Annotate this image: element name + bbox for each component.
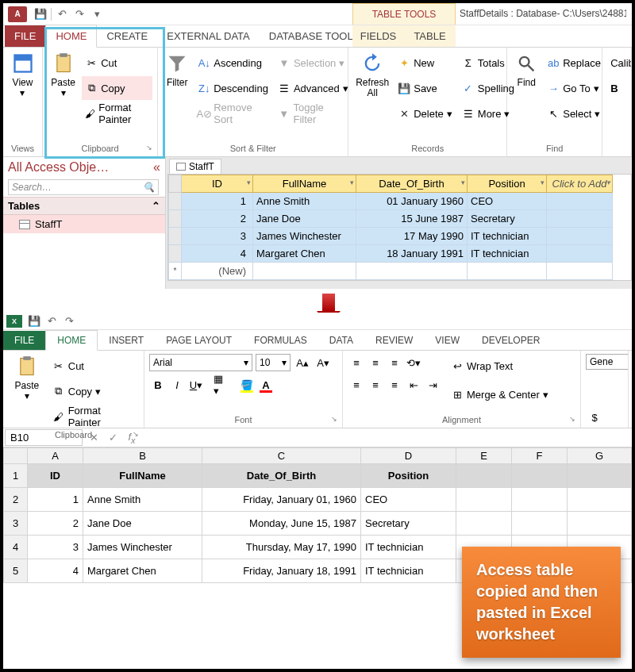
save-record-button[interactable]: 💾Save [394,76,456,100]
col-header[interactable]: D [361,448,456,464]
save-icon[interactable]: 💾 [32,6,49,23]
undo-icon[interactable]: ↶ [53,6,71,23]
indent-dec-button[interactable]: ⇤ [405,376,422,394]
tab-developer[interactable]: DEVELOPER [471,331,551,350]
cut-button[interactable]: ✂Cut [49,354,139,378]
tab-home[interactable]: HOME [45,25,97,48]
tab-table[interactable]: TABLE [404,25,456,47]
descending-button[interactable]: Z↓Descending [194,76,271,100]
table-row[interactable]: 4Margaret Chen18 January 1991IT technici… [169,245,613,263]
format-painter-button[interactable]: 🖌Format Painter [49,405,139,428]
nav-table-stafft[interactable]: StaffT [3,215,165,233]
align-right-button[interactable]: ≡ [386,376,403,394]
col-position[interactable]: Position▾ [468,175,547,193]
align-middle-button[interactable]: ≡ [367,354,384,371]
number-format-select[interactable]: Gene [586,354,629,370]
indent-inc-button[interactable]: ⇥ [424,376,441,394]
orientation-button[interactable]: ⟲▾ [405,354,422,371]
undo-icon[interactable]: ↶ [43,313,60,330]
chevron-left-icon[interactable]: « [153,160,160,175]
goto-button[interactable]: →Go To ▾ [544,76,604,100]
italic-button[interactable]: I [168,376,186,394]
selection-button[interactable]: ▼Selection ▾ [275,51,352,75]
format-painter-button[interactable]: 🖌Format Painter [82,102,152,125]
col-header[interactable]: F [512,448,568,464]
col-id[interactable]: ID▾ [182,175,253,193]
nav-search-input[interactable]: Search…🔍 [8,179,159,195]
advanced-button[interactable]: ☰Advanced ▾ [275,76,352,100]
tab-file[interactable]: FILE [5,25,45,47]
tab-create[interactable]: CREATE [97,25,157,47]
border-button[interactable]: ▦ ▾ [213,376,230,394]
table-row[interactable]: 3James Winchester17 May 1990IT technicia… [169,228,613,245]
col-fullname[interactable]: FullName▾ [253,175,356,193]
paste-button[interactable]: Paste▾ [8,354,46,428]
align-left-button[interactable]: ≡ [348,376,365,394]
merge-center-button[interactable]: ⊞Merge & Center ▾ [448,382,552,406]
tab-data[interactable]: DATA [318,331,364,350]
align-top-button[interactable]: ≡ [348,354,365,371]
refresh-all-button[interactable]: Refresh All [353,51,391,125]
col-header[interactable]: C [202,448,361,464]
table-row[interactable]: 1Anne Smith01 January 1960CEO [169,193,613,210]
redo-icon[interactable]: ↷ [60,313,78,330]
font-name-select[interactable]: Arial▾ [149,354,252,371]
col-dob[interactable]: Date_Of_Birth▾ [356,175,468,193]
paste-button[interactable]: Paste▾ [48,51,79,125]
tab-insert[interactable]: INSERT [98,331,155,350]
col-header[interactable]: B [83,448,202,464]
redo-icon[interactable]: ↷ [71,6,88,23]
remove-sort-button[interactable]: A⊘Remove Sort [194,102,271,125]
copy-button[interactable]: ⧉Copy ▾ [49,379,139,403]
font-size-select[interactable]: 10▾ [256,354,291,371]
new-record-button[interactable]: ✦New [394,51,456,75]
tab-review[interactable]: REVIEW [364,331,424,350]
underline-button[interactable]: U ▾ [187,376,205,394]
tab-file[interactable]: FILE [3,331,45,350]
col-header[interactable]: A [28,448,83,464]
copy-button[interactable]: ⧉Copy [82,76,152,100]
tab-fields[interactable]: FIELDS [352,25,404,47]
cut-button[interactable]: ✂Cut [82,51,152,75]
fill-color-button[interactable]: 🪣 [238,376,256,394]
grow-font-button[interactable]: A▴ [294,354,311,371]
tab-page-layout[interactable]: PAGE LAYOUT [155,331,243,350]
bold-button[interactable]: B [149,376,167,394]
shrink-font-button[interactable]: A▾ [314,354,332,371]
view-button[interactable]: View▾ [8,51,37,100]
tab-home[interactable]: HOME [45,330,98,351]
font-name[interactable]: Calib [607,51,626,75]
tab-formulas[interactable]: FORMULAS [243,331,318,350]
bold-button[interactable]: B [607,76,626,100]
col-header[interactable]: E [456,448,512,464]
nav-category-tables[interactable]: Tables⌃ [3,197,165,215]
tab-external-data[interactable]: EXTERNAL DATA [157,25,260,47]
table-row[interactable]: 21Anne SmithFriday, January 01, 1960CEO [4,488,632,512]
datasheet-grid[interactable]: ID▾ FullName▾ Date_Of_Birth▾ Position▾ C… [167,174,632,281]
qat-more-icon[interactable]: ▾ [88,6,106,23]
save-icon[interactable]: 💾 [25,313,43,330]
filter-button[interactable]: Filter [163,51,191,125]
toggle-filter-button[interactable]: ▼Toggle Filter [275,102,352,125]
table-row[interactable]: 32Jane DoeMonday, June 15, 1987Secretary [4,512,632,536]
table-row[interactable]: 1IDFullNameDate_Of_BirthPosition [4,464,632,488]
align-bottom-button[interactable]: ≡ [386,354,403,371]
font-color-button[interactable]: A [257,376,275,394]
align-center-button[interactable]: ≡ [367,376,384,394]
table-row[interactable]: 2Jane Doe15 June 1987Secretary [169,210,613,228]
launcher-icon[interactable]: ↘ [146,144,152,152]
currency-button[interactable]: $ [586,409,603,426]
datasheet-tab-stafft[interactable]: StaffT [169,159,221,174]
access-quick-access-toolbar: A 💾 ↶ ↷ ▾ TABLE TOOLS StaffDetails : Dat… [3,3,632,25]
select-button[interactable]: ↖Select ▾ [544,102,604,125]
wrap-text-button[interactable]: ↩Wrap Text [448,354,552,378]
col-header[interactable]: G [568,448,632,464]
ascending-button[interactable]: A↓Ascending [194,51,271,75]
replace-button[interactable]: abReplace [544,51,604,75]
nav-header[interactable]: All Access Obje…« [3,157,165,178]
delete-record-button[interactable]: ✕Delete ▾ [394,102,456,125]
col-add[interactable]: Click to Add▾ [547,175,613,193]
tab-view[interactable]: VIEW [424,331,471,350]
new-row[interactable]: *(New) [169,263,613,280]
find-button[interactable]: Find [512,51,541,125]
